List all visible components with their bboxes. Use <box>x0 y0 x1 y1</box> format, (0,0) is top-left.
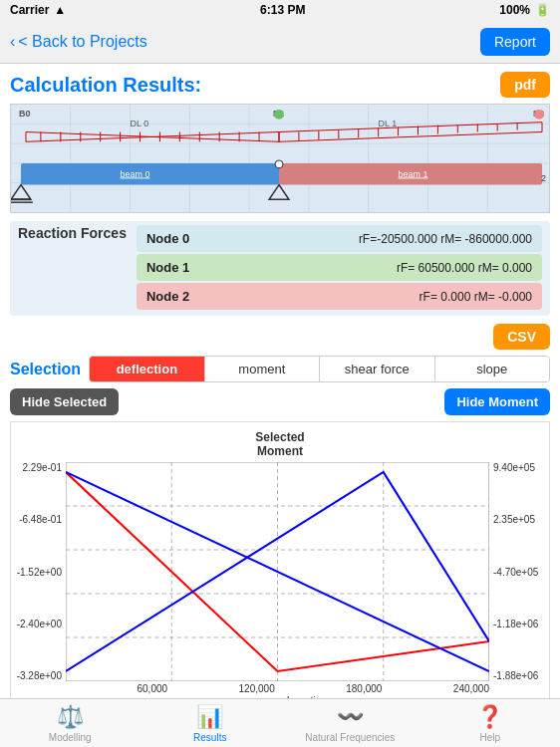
chart-title-line1: Selected <box>255 430 304 444</box>
y-left-3: -2.40e+00 <box>17 619 62 629</box>
hide-moment-button[interactable]: Hide Moment <box>444 388 550 415</box>
battery-icon: 🔋 <box>535 3 550 17</box>
svg-text:2: 2 <box>541 173 546 183</box>
rf-values-2: rF= 0.000 rM= -0.000 <box>420 290 532 304</box>
natural-frequencies-icon: 〰️ <box>337 704 364 730</box>
tab-bar: ⚖️ Modelling 📊 Results 〰️ Natural Freque… <box>0 698 560 747</box>
tab-moment[interactable]: moment <box>205 357 320 381</box>
wifi-icon: ▲ <box>54 3 66 17</box>
svg-point-15 <box>274 110 284 120</box>
back-button[interactable]: ‹ < Back to Projects <box>10 33 147 51</box>
x-val-2: 120,000 <box>239 683 275 694</box>
y-left-1: -6.48e-01 <box>19 514 62 525</box>
svg-text:DL 1: DL 1 <box>379 119 398 128</box>
status-left: Carrier ▲ <box>10 3 66 17</box>
beam-diagram: B0 P1 P2 DL 0 DL 1 <box>10 104 550 213</box>
rf-values-1: rF= 60500.000 rM= 0.000 <box>397 261 532 275</box>
reaction-force-row-1: Node 1 rF= 60500.000 rM= 0.000 <box>137 254 542 281</box>
hide-selected-button[interactable]: Hide Selected <box>10 388 119 415</box>
chart-container: Selected Moment 2.29e-01 -6.48e-01 -1.52… <box>10 421 550 698</box>
status-right: 100% 🔋 <box>499 3 550 17</box>
selection-tabs: deflection moment shear force slope <box>89 356 550 382</box>
chart-inner: 2.29e-01 -6.48e-01 -1.52e+00 -2.40e+00 -… <box>11 462 549 681</box>
svg-text:beam 1: beam 1 <box>399 169 428 179</box>
y-left-2: -1.52e+00 <box>17 567 62 578</box>
csv-row: CSV <box>10 324 550 350</box>
chevron-left-icon: ‹ <box>10 33 15 51</box>
modelling-icon: ⚖️ <box>57 704 84 730</box>
tab-nat-freq-label: Natural Frequencies <box>305 732 395 743</box>
beam-svg: B0 P1 P2 DL 0 DL 1 <box>11 105 549 212</box>
svg-point-53 <box>275 160 283 168</box>
reaction-forces-section: Reaction Forces Node 0 rF=-20500.000 rM=… <box>10 221 550 316</box>
tab-shear-force[interactable]: shear force <box>320 357 434 381</box>
y-right-1: 2.35e+05 <box>493 514 535 525</box>
y-axis-left: 2.29e-01 -6.48e-01 -1.52e+00 -2.40e+00 -… <box>11 462 66 681</box>
selection-header: Selection deflection moment shear force … <box>10 356 550 382</box>
reaction-forces-label: Reaction Forces <box>18 225 127 241</box>
help-icon: ❓ <box>476 704 503 730</box>
svg-text:beam 0: beam 0 <box>121 169 150 179</box>
svg-point-17 <box>534 110 544 120</box>
reaction-force-row-2: Node 2 rF= 0.000 rM= -0.000 <box>137 283 542 310</box>
chart-svg-wrapper <box>66 462 489 681</box>
chart-title: Selected Moment <box>11 430 549 458</box>
tab-help-label: Help <box>479 732 500 743</box>
battery-label: 100% <box>499 3 530 17</box>
tab-modelling[interactable]: ⚖️ Modelling <box>0 699 140 747</box>
y-right-0: 9.40e+05 <box>493 462 535 473</box>
tab-deflection[interactable]: deflection <box>90 357 204 381</box>
chart-svg <box>66 462 489 681</box>
main-content: Calculation Results: pdf <box>0 64 560 698</box>
y-left-0: 2.29e-01 <box>23 462 62 473</box>
tab-modelling-label: Modelling <box>49 732 92 743</box>
tab-natural-frequencies[interactable]: 〰️ Natural Frequencies <box>280 699 420 747</box>
svg-rect-0 <box>11 105 549 212</box>
results-icon: 📊 <box>196 704 223 730</box>
calc-results-header: Calculation Results: pdf <box>10 72 550 98</box>
carrier-label: Carrier <box>10 3 49 17</box>
y-right-4: -1.88e+06 <box>493 670 538 681</box>
pdf-button[interactable]: pdf <box>500 72 550 98</box>
y-right-2: -4.70e+05 <box>493 567 538 578</box>
tab-results[interactable]: 📊 Results <box>140 699 281 747</box>
y-right-3: -1.18e+06 <box>493 619 538 629</box>
calc-results-title: Calculation Results: <box>10 74 201 97</box>
rf-node-2: Node 2 <box>146 289 216 304</box>
nav-bar: ‹ < Back to Projects Report <box>0 20 560 64</box>
x-val-1: 60,000 <box>137 683 167 694</box>
report-button[interactable]: Report <box>480 28 550 56</box>
selection-label: Selection <box>10 361 81 378</box>
rf-node-0: Node 0 <box>146 231 216 246</box>
csv-button[interactable]: CSV <box>493 324 550 350</box>
tab-results-label: Results <box>193 732 226 743</box>
y-left-4: -3.28e+00 <box>17 670 62 681</box>
x-val-4: 240,000 <box>453 683 489 694</box>
selection-section: Selection deflection moment shear force … <box>10 356 550 698</box>
x-axis-row: 60,000 120,000 180,000 240,000 <box>66 681 489 694</box>
svg-rect-44 <box>21 163 279 185</box>
tab-help[interactable]: ❓ Help <box>420 699 561 747</box>
status-bar: Carrier ▲ 6:13 PM 100% 🔋 <box>0 0 560 20</box>
hide-buttons-row: Hide Selected Hide Moment <box>10 388 550 415</box>
rf-values-0: rF=-20500.000 rM= -860000.000 <box>359 232 532 246</box>
rf-node-1: Node 1 <box>146 260 216 275</box>
tab-slope[interactable]: slope <box>435 357 549 381</box>
time-label: 6:13 PM <box>260 3 305 17</box>
back-label: < Back to Projects <box>18 33 146 51</box>
chart-title-line2: Moment <box>257 444 303 458</box>
svg-text:DL 0: DL 0 <box>131 119 149 128</box>
reaction-force-row-0: Node 0 rF=-20500.000 rM= -860000.000 <box>137 225 542 252</box>
svg-text:B0: B0 <box>19 109 31 119</box>
x-val-3: 180,000 <box>346 683 382 694</box>
y-axis-right: 9.40e+05 2.35e+05 -4.70e+05 -1.18e+06 -1… <box>489 462 549 681</box>
